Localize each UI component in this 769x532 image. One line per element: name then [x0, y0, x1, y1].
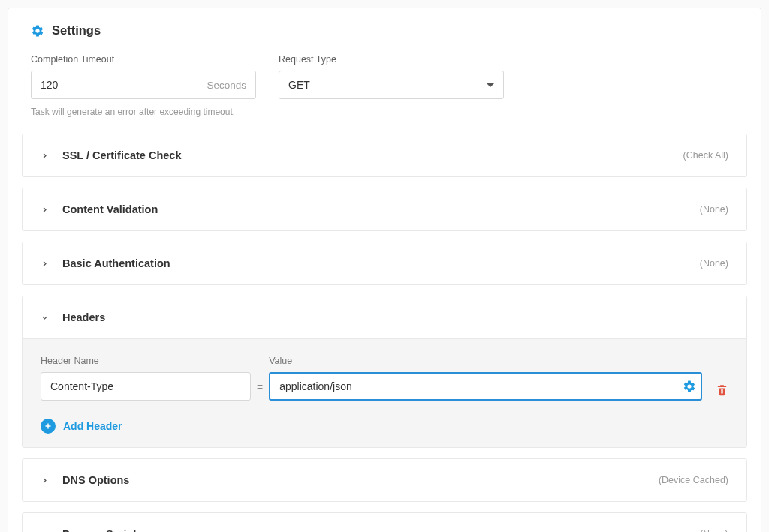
panel-ssl: SSL / Certificate Check (Check All) — [22, 134, 747, 177]
chevron-right-icon — [41, 152, 49, 160]
panel-headers-title: Headers — [62, 311, 105, 323]
panel-prepare-script-header[interactable]: Prepare Script (None) — [23, 513, 746, 532]
request-type-label: Request Type — [279, 54, 504, 65]
panel-content-validation-status: (None) — [700, 204, 728, 215]
panel-dns-header[interactable]: DNS Options (Device Cached) — [23, 459, 746, 501]
panel-headers-body: Header Name = Value — [23, 338, 746, 447]
panel-ssl-title: SSL / Certificate Check — [62, 149, 182, 161]
panel-dns: DNS Options (Device Cached) — [22, 458, 747, 502]
completion-timeout-label: Completion Timeout — [31, 54, 256, 65]
chevron-right-icon — [41, 476, 49, 485]
panel-prepare-script-title: Prepare Script — [62, 528, 137, 532]
gear-icon[interactable] — [683, 380, 696, 393]
header-value-input[interactable] — [269, 372, 702, 401]
add-header-button[interactable]: Add Header — [41, 419, 728, 434]
panel-dns-status: (Device Cached) — [659, 475, 728, 485]
panel-content-validation: Content Validation (None) — [22, 188, 747, 231]
page-title: Settings — [52, 23, 101, 38]
panel-prepare-script-status: (None) — [700, 529, 728, 532]
completion-timeout-input[interactable] — [41, 79, 207, 91]
completion-timeout-input-wrap[interactable]: Seconds — [31, 71, 256, 99]
plus-icon — [41, 419, 56, 434]
panel-content-validation-header[interactable]: Content Validation (None) — [23, 188, 746, 230]
settings-header: Settings — [22, 23, 747, 38]
caret-down-icon — [487, 83, 494, 87]
panel-basic-auth: Basic Authentication (None) — [22, 242, 747, 285]
panel-prepare-script: Prepare Script (None) — [22, 512, 747, 532]
panel-headers: Headers Header Name = Value — [22, 296, 747, 448]
panel-ssl-header[interactable]: SSL / Certificate Check (Check All) — [23, 134, 746, 176]
panel-content-validation-title: Content Validation — [62, 203, 158, 215]
chevron-right-icon — [41, 206, 49, 214]
panel-basic-auth-status: (None) — [700, 258, 728, 269]
panel-basic-auth-header[interactable]: Basic Authentication (None) — [23, 242, 746, 284]
chevron-down-icon — [41, 314, 49, 322]
header-name-label: Header Name — [41, 356, 251, 366]
add-header-label: Add Header — [63, 420, 122, 432]
request-type-value: GET — [288, 79, 310, 91]
completion-timeout-unit: Seconds — [207, 80, 246, 91]
completion-timeout-help: Task will generate an error after exceed… — [31, 107, 256, 117]
equals-sign: = — [257, 381, 263, 401]
panel-headers-header[interactable]: Headers — [23, 296, 746, 338]
chevron-right-icon — [41, 260, 49, 268]
header-value-label: Value — [269, 356, 702, 366]
gear-icon — [31, 24, 44, 38]
request-type-select[interactable]: GET — [279, 71, 504, 99]
header-name-input[interactable] — [41, 372, 251, 401]
trash-icon[interactable] — [708, 383, 728, 401]
panel-basic-auth-title: Basic Authentication — [62, 257, 170, 269]
panel-ssl-status: (Check All) — [683, 150, 728, 161]
panel-dns-title: DNS Options — [62, 474, 129, 486]
